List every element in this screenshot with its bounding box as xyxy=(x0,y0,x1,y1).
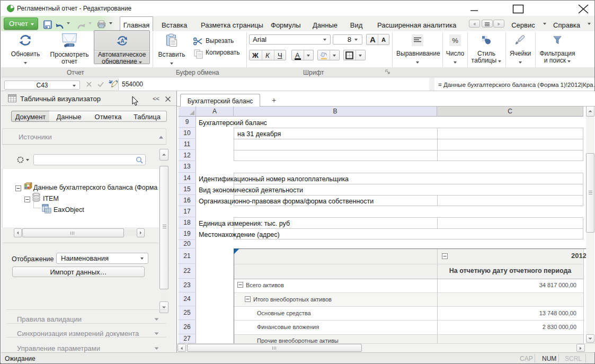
svg-text:A: A xyxy=(120,38,125,44)
svg-text:%: % xyxy=(452,37,458,45)
